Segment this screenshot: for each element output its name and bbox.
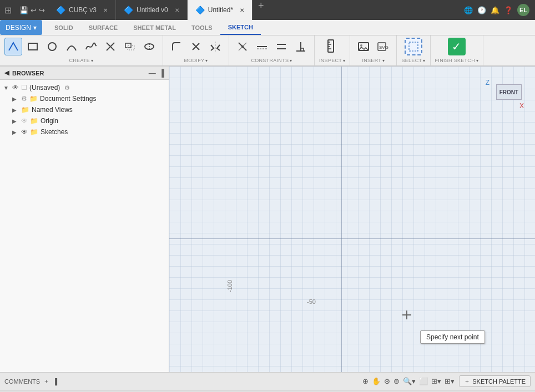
undo-icon[interactable]: ↩: [31, 6, 37, 14]
inspect-group-label: INSPECT ▾: [319, 58, 345, 63]
tree-item-root[interactable]: ▼ 👁 ☐ (Unsaved) ⚙: [0, 82, 169, 93]
spline-tool-button[interactable]: [82, 38, 100, 55]
finish-sketch-button[interactable]: ✓: [448, 38, 466, 55]
statusbar-divider: ▐: [53, 378, 57, 385]
project-tool-button[interactable]: [140, 38, 158, 55]
question-icon[interactable]: ❓: [504, 6, 513, 14]
tab-active-close[interactable]: ✕: [240, 7, 244, 13]
view-cube[interactable]: Z FRONT X: [494, 75, 527, 109]
tab-surface[interactable]: SURFACE: [81, 20, 126, 35]
constraints-group-label: CONSTRAINTS ▾: [251, 58, 292, 63]
offset-tool-button[interactable]: [121, 38, 139, 55]
user-avatar[interactable]: EL: [517, 4, 529, 16]
tab-v0-close[interactable]: ✕: [175, 7, 179, 13]
zoom-icon[interactable]: ⊜: [393, 377, 400, 385]
canvas-options-icon[interactable]: ⊞▾: [445, 377, 455, 385]
tab-sketch[interactable]: SKETCH: [220, 20, 261, 35]
save-icon[interactable]: 💾: [19, 6, 28, 14]
tab-cubc-close[interactable]: ✕: [103, 7, 108, 13]
rectangle-tool-button[interactable]: [24, 38, 42, 55]
circle-tool-button[interactable]: [43, 38, 61, 55]
tab-cubc-label: CUBÇ v3: [69, 6, 97, 14]
tab-untitled-active[interactable]: 🔷 Untitled* ✕: [188, 0, 253, 20]
tree-named-chevron: ▶: [12, 107, 19, 113]
tab-cubc[interactable]: 🔷 CUBÇ v3 ✕: [48, 0, 116, 20]
tree-origin-folder: 📁: [30, 117, 38, 125]
tree-root-folder: ☐: [21, 84, 27, 91]
tree-doc-chevron: ▶: [12, 96, 19, 102]
inspect-chevron: ▾: [343, 58, 345, 63]
collinear-button[interactable]: [253, 38, 271, 55]
tab-solid[interactable]: SOLID: [47, 20, 81, 35]
tab-untitled-v0[interactable]: 🔷 Untitled v0 ✕: [116, 0, 188, 20]
create-group-label: CREATE ▾: [69, 58, 94, 63]
sketch-palette-button[interactable]: ＋ SKETCH PALETTE: [459, 375, 531, 387]
browser-tree: ▼ 👁 ☐ (Unsaved) ⚙ ▶ ⚙ 📁 Document Setting…: [0, 80, 169, 372]
design-mode-button[interactable]: DESIGN ▾: [0, 20, 42, 35]
mirror-tool-button[interactable]: [206, 38, 224, 55]
tree-item-named-views[interactable]: ▶ 📁 Named Views: [0, 104, 169, 115]
parallel-button[interactable]: [272, 38, 290, 55]
tree-item-sketches[interactable]: ▶ 👁 📁 Sketches: [0, 126, 169, 138]
finish-sketch-chevron: ▾: [476, 58, 478, 63]
design-mode-arrow: ▾: [33, 24, 37, 32]
browser-header-left: ◀ BROWSER: [4, 69, 44, 77]
inspect-group: INSPECT ▾: [315, 35, 350, 65]
comments-add-icon[interactable]: ＋: [43, 377, 49, 385]
svg-point-14: [241, 45, 244, 48]
trim2-tool-button[interactable]: [187, 38, 205, 55]
tab-add-button[interactable]: +: [253, 0, 270, 20]
tab-active-icon: 🔷: [195, 6, 205, 14]
tree-sketches-eye[interactable]: 👁: [21, 128, 28, 136]
svg-point-28: [360, 44, 362, 47]
tab-sheet-metal[interactable]: SHEET METAL: [125, 20, 184, 35]
redo-icon[interactable]: ↪: [39, 6, 45, 14]
tree-item-origin[interactable]: ▶ 👁 📁 Origin: [0, 115, 169, 126]
inspect-icons-row: [324, 38, 341, 55]
browser-collapse-icon[interactable]: ◀: [4, 69, 9, 77]
tree-item-doc-settings[interactable]: ▶ ⚙ 📁 Document Settings: [0, 93, 169, 104]
title-bar: ⊞ 💾 ↩ ↪ 🔷 CUBÇ v3 ✕ 🔷 Untitled v0 ✕ 🔷 Un…: [0, 0, 535, 20]
axis-label-minus100: -100: [226, 280, 233, 292]
measure-button[interactable]: [324, 38, 341, 55]
line-tool-button[interactable]: [4, 38, 22, 55]
tree-origin-eye[interactable]: 👁: [21, 117, 28, 125]
select-window-button[interactable]: [405, 38, 422, 55]
insert-svg-button[interactable]: SVG: [374, 38, 392, 55]
notification-icon[interactable]: 🔔: [491, 6, 499, 14]
help-icon[interactable]: 🌐: [464, 6, 473, 14]
trim-tool-button[interactable]: [102, 38, 119, 55]
modify-group-label: MODIFY ▾: [184, 58, 208, 63]
fillet-tool-button[interactable]: [168, 38, 185, 55]
display-icon[interactable]: ⬜: [419, 377, 428, 385]
canvas-tooltip: Specify next point: [420, 330, 485, 344]
browser-panel-icon[interactable]: ▐: [159, 69, 164, 77]
canvas-area[interactable]: -100 -50 50 Specify next point Z FRONT X: [169, 67, 535, 372]
orbit2-icon[interactable]: ⊛: [384, 377, 390, 385]
finish-check-icon: ✓: [452, 40, 461, 53]
tab-bar: 🔷 CUBÇ v3 ✕ 🔷 Untitled v0 ✕ 🔷 Untitled* …: [48, 0, 458, 20]
coincident-button[interactable]: [234, 38, 251, 55]
svg-line-4: [111, 47, 114, 50]
view-cube-face[interactable]: FRONT: [496, 84, 522, 100]
tree-root-eye[interactable]: 👁: [12, 84, 19, 91]
app-grid-icon[interactable]: ⊞: [0, 5, 16, 16]
bottom-status-icons: ⊕ ✋ ⊛ ⊜ 🔍▾ ⬜ ⊞▾ ⊞▾: [362, 377, 455, 385]
tab-tools[interactable]: TOOLS: [184, 20, 220, 35]
browser-minus-icon[interactable]: —: [149, 69, 156, 77]
svg-point-1: [48, 43, 56, 50]
tree-root-settings-icon[interactable]: ⚙: [64, 84, 70, 91]
svg-rect-31: [409, 42, 418, 51]
perpendicular-button[interactable]: [292, 38, 310, 55]
sketch-toolbar: CREATE ▾ MODIFY: [0, 35, 535, 67]
pan-icon[interactable]: ✋: [372, 377, 381, 385]
orbit-icon[interactable]: ⊕: [362, 377, 369, 385]
grid-icon[interactable]: ⊞▾: [431, 377, 441, 385]
sketch-palette-label: SKETCH PALETTE: [472, 378, 526, 385]
arc-tool-button[interactable]: [63, 38, 80, 55]
clock-icon[interactable]: 🕐: [477, 6, 486, 14]
tree-root-chevron: ▼: [3, 85, 10, 91]
zoom-drop-icon[interactable]: 🔍▾: [403, 377, 416, 385]
sketch-palette-plus: ＋: [464, 377, 470, 385]
insert-image-button[interactable]: [355, 38, 372, 55]
